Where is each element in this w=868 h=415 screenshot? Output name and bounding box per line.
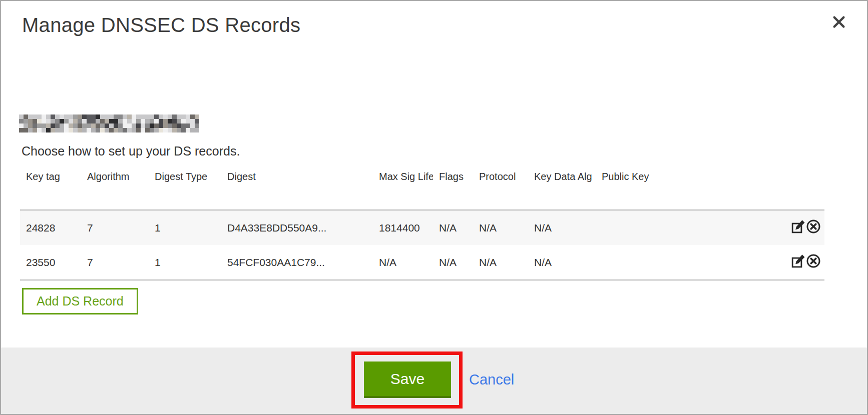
cell-key-tag: 23550 <box>20 245 81 280</box>
column-header-actions <box>781 166 824 210</box>
cell-flags: N/A <box>433 245 473 280</box>
column-header-flags: Flags <box>433 166 473 210</box>
cell-digest: 54FCF030AA1C79... <box>221 245 373 280</box>
cell-algorithm: 7 <box>81 210 149 245</box>
delete-record-button[interactable] <box>806 220 820 234</box>
instruction-text: Choose how to set up your DS records. <box>22 144 240 158</box>
page-title: Manage DNSSEC DS Records <box>22 14 300 36</box>
column-header-algorithm: Algorithm <box>81 166 149 210</box>
row-actions <box>791 254 820 268</box>
column-header-digest: Digest <box>221 166 373 210</box>
edit-icon <box>791 220 805 234</box>
cell-max-sig-life: N/A <box>373 245 433 280</box>
column-header-digest-type: Digest Type <box>149 166 221 210</box>
row-actions <box>791 220 820 234</box>
manage-dnssec-dialog: Manage DNSSEC DS Records Choose how to s… <box>0 0 868 415</box>
cell-digest: D4A33E8DD550A9... <box>221 210 373 245</box>
cell-digest-type: 1 <box>149 210 221 245</box>
delete-record-button[interactable] <box>806 254 820 268</box>
cell-key-data-alg: N/A <box>528 245 596 280</box>
delete-circle-x-icon <box>806 254 820 268</box>
domain-name-redacted <box>19 114 199 132</box>
cell-max-sig-life: 1814400 <box>373 210 433 245</box>
cell-protocol: N/A <box>473 210 528 245</box>
table-header-row: Key tagAlgorithmDigest TypeDigestMax Sig… <box>20 166 824 210</box>
table-row: 2482871D4A33E8DD550A9...1814400N/AN/AN/A <box>20 210 824 245</box>
cell-actions <box>781 210 824 245</box>
table-row: 235507154FCF030AA1C79...N/AN/AN/AN/A <box>20 245 824 280</box>
cell-key-tag: 24828 <box>20 210 81 245</box>
cell-actions <box>781 245 824 280</box>
add-ds-record-button[interactable]: Add DS Record <box>22 288 138 314</box>
close-button[interactable] <box>830 13 848 31</box>
cell-protocol: N/A <box>473 245 528 280</box>
cell-algorithm: 7 <box>81 245 149 280</box>
close-x-icon <box>831 14 846 30</box>
cell-digest-type: 1 <box>149 245 221 280</box>
cell-public-key <box>596 210 781 245</box>
ds-table-body: 2482871D4A33E8DD550A9...1814400N/AN/AN/A… <box>20 210 824 280</box>
cell-key-data-alg: N/A <box>528 210 596 245</box>
dialog-footer: Save Cancel <box>1 348 867 414</box>
column-header-key-tag: Key tag <box>20 166 81 210</box>
ds-records-table: Key tagAlgorithmDigest TypeDigestMax Sig… <box>20 166 824 280</box>
column-header-key-data-alg: Key Data Alg <box>528 166 596 210</box>
column-header-public-key: Public Key <box>596 166 781 210</box>
edit-record-button[interactable] <box>791 220 805 234</box>
save-button[interactable]: Save <box>364 362 451 398</box>
annotation-highlight-box: Save <box>351 352 463 408</box>
delete-circle-x-icon <box>806 220 820 234</box>
column-header-max-sig-life: Max Sig Life <box>373 166 433 210</box>
cancel-link[interactable]: Cancel <box>469 372 514 388</box>
column-header-protocol: Protocol <box>473 166 528 210</box>
edit-icon <box>791 254 805 268</box>
cell-public-key <box>596 245 781 280</box>
cell-flags: N/A <box>433 210 473 245</box>
edit-record-button[interactable] <box>791 254 805 268</box>
